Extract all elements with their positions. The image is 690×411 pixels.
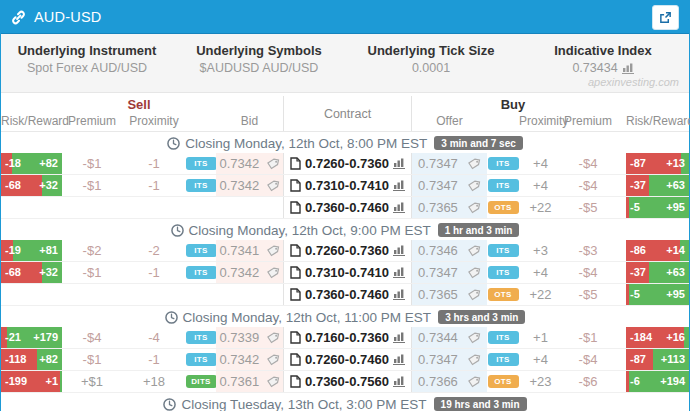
sell-proximity-value: -1 <box>122 262 186 283</box>
section-header: Closing Monday, 12th Oct, 11:00 PM EST 3… <box>1 307 689 327</box>
contract-range: 0.7260-0.7360 <box>305 156 389 171</box>
contract-cell[interactable]: 0.7360-0.7460 <box>283 284 412 305</box>
tag-icon[interactable] <box>266 266 280 279</box>
bid-cell[interactable]: 0.7342 <box>216 153 283 174</box>
offer-value: 0.7347 <box>418 156 458 171</box>
countdown-badge: 1 hr and 3 min <box>438 223 520 237</box>
contract-cell[interactable]: 0.7160-0.7360 <box>283 327 412 348</box>
risk-reward-buy-bar: -5+95 <box>626 197 689 218</box>
bar-chart-icon[interactable] <box>393 245 405 256</box>
risk-reward-buy-bar: -5+95 <box>626 284 689 305</box>
tag-icon[interactable] <box>266 157 280 170</box>
tag-icon[interactable] <box>467 201 481 214</box>
contract-range: 0.7310-0.7410 <box>305 178 389 193</box>
info-label: Underlying Tick Size <box>345 43 517 58</box>
info-indicative-index: Indicative Index 0.73434 <box>517 43 689 75</box>
contract-cell[interactable]: 0.7260-0.7360 <box>283 153 412 174</box>
buy-status-cell: OTS <box>487 197 519 218</box>
bid-cell[interactable] <box>216 197 283 218</box>
risk-reward-buy-bar: -87+13 <box>626 153 689 174</box>
info-underlying-symbols: Underlying Symbols $AUDUSD AUD/USD <box>173 43 345 75</box>
col-bid: Bid <box>216 113 283 131</box>
tag-icon[interactable] <box>467 266 481 279</box>
buy-proximity-value: +1 <box>519 327 562 348</box>
offer-cell[interactable]: 0.7347 <box>412 153 487 174</box>
offer-cell[interactable]: 0.7347 <box>412 262 487 283</box>
sell-proximity-value: -4 <box>122 327 186 348</box>
bid-cell[interactable]: 0.7361 <box>216 371 283 392</box>
contract-cell[interactable]: 0.7260-0.7460 <box>283 349 412 370</box>
expiry-section: Closing Monday, 12th Oct, 11:00 PM EST 3… <box>1 307 689 393</box>
contract-icon <box>290 179 301 192</box>
popout-button[interactable] <box>652 5 679 30</box>
tag-icon[interactable] <box>266 179 280 192</box>
bid-cell[interactable]: 0.7342 <box>216 175 283 196</box>
contract-cell[interactable]: 0.7260-0.7360 <box>283 240 412 261</box>
offer-cell[interactable]: 0.7346 <box>412 240 487 261</box>
buy-proximity-value: +3 <box>519 240 562 261</box>
spacer <box>614 153 626 174</box>
bar-chart-icon[interactable] <box>393 202 405 213</box>
bid-cell[interactable] <box>216 284 283 305</box>
spacer <box>614 240 626 261</box>
buy-premium-value: -$4 <box>562 262 614 283</box>
bid-cell[interactable]: 0.7339 <box>216 327 283 348</box>
offer-cell[interactable]: 0.7347 <box>412 349 487 370</box>
offer-cell[interactable]: 0.7366 <box>412 371 487 392</box>
sell-premium-value: +$1 <box>62 371 122 392</box>
buy-status-cell: OTS <box>487 284 519 305</box>
table-row: -19+81 -$2 -2 ITS 0.7341 0.7260-0.7360 0… <box>1 240 689 262</box>
contract-cell[interactable]: 0.7310-0.7410 <box>283 262 412 283</box>
offer-cell[interactable]: 0.7365 <box>412 197 487 218</box>
tag-icon[interactable] <box>467 288 481 301</box>
buy-proximity-value: +22 <box>519 197 562 218</box>
tag-icon[interactable] <box>467 375 481 388</box>
table-row: -68+32 -$1 -1 ITS 0.7342 0.7310-0.7410 0… <box>1 262 689 284</box>
offer-cell[interactable]: 0.7347 <box>412 175 487 196</box>
tag-icon[interactable] <box>266 375 280 388</box>
tag-icon[interactable] <box>266 353 280 366</box>
clock-icon <box>165 311 178 324</box>
sell-status-cell: ITS <box>186 262 216 283</box>
spacer <box>614 284 626 305</box>
tag-icon[interactable] <box>467 157 481 170</box>
offer-cell[interactable]: 0.7365 <box>412 284 487 305</box>
bar-chart-icon[interactable] <box>393 158 405 169</box>
bar-chart-icon[interactable] <box>393 332 405 343</box>
offer-value: 0.7347 <box>418 352 458 367</box>
bar-chart-icon[interactable] <box>393 354 405 365</box>
tag-icon[interactable] <box>467 353 481 366</box>
sell-status-cell: ITS <box>186 327 216 348</box>
section-header: Closing Tuesday, 13th Oct, 3:00 PM EST 1… <box>1 394 689 411</box>
col-premium-buy: Premium <box>562 113 614 131</box>
sell-premium-value: -$1 <box>62 175 122 196</box>
risk-reward-buy-bar: -37+63 <box>626 262 689 283</box>
tag-icon[interactable] <box>266 331 280 344</box>
offer-cell[interactable]: 0.7344 <box>412 327 487 348</box>
tag-icon[interactable] <box>266 244 280 257</box>
table-header: Sell Contract Buy Risk/Reward Premium Pr… <box>1 93 689 132</box>
contract-cell[interactable]: 0.7310-0.7410 <box>283 175 412 196</box>
risk-reward-sell-bar: -68+32 <box>1 175 62 196</box>
info-value: 0.0001 <box>345 61 517 75</box>
sell-premium-value: -$4 <box>62 327 122 348</box>
bar-chart-icon[interactable] <box>393 376 405 387</box>
bar-chart-icon[interactable] <box>622 63 634 74</box>
tag-icon[interactable] <box>467 331 481 344</box>
tag-icon[interactable] <box>467 179 481 192</box>
risk-reward-sell-bar: -199+1 <box>1 371 62 392</box>
section-header: Closing Monday, 12th Oct, 9:00 PM EST 1 … <box>1 220 689 240</box>
contract-range: 0.7360-0.7460 <box>305 200 389 215</box>
col-proximity-buy: Proximity <box>519 113 562 131</box>
bid-cell[interactable]: 0.7342 <box>216 262 283 283</box>
bar-chart-icon[interactable] <box>393 180 405 191</box>
bar-chart-icon[interactable] <box>393 289 405 300</box>
contract-cell[interactable]: 0.7360-0.7460 <box>283 197 412 218</box>
bid-cell[interactable]: 0.7341 <box>216 240 283 261</box>
tag-icon[interactable] <box>467 244 481 257</box>
bid-cell[interactable]: 0.7342 <box>216 349 283 370</box>
offer-value: 0.7366 <box>418 374 458 389</box>
bar-chart-icon[interactable] <box>393 267 405 278</box>
contract-cell[interactable]: 0.7360-0.7560 <box>283 371 412 392</box>
bid-value: 0.7339 <box>219 330 259 345</box>
